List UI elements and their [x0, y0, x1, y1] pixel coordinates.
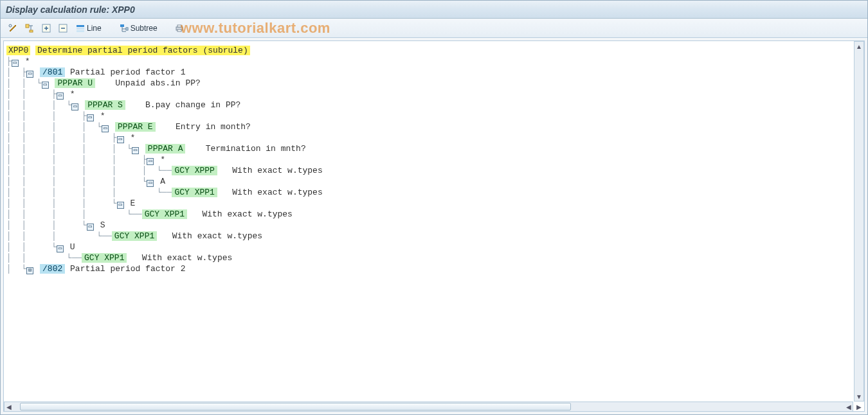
toolbar: Line Subtree www.tutorialkart.com	[1, 19, 867, 38]
watermark: www.tutorialkart.com	[181, 19, 330, 37]
expand-icon	[42, 24, 51, 33]
tree-node[interactable]: │ │ │ └──GCY XPP1 With exact w.types	[6, 231, 862, 242]
svg-rect-7	[77, 30, 84, 32]
collapse-node-icon[interactable]: ▭	[42, 82, 49, 89]
tree-node[interactable]: │ │ ├▭ *	[6, 89, 862, 100]
collapse-icon	[59, 24, 68, 33]
line-label: Line	[87, 24, 102, 33]
tree-node[interactable]: │ │ │ └▭ PPPAR S B.pay change in PP?	[6, 100, 862, 110]
content-area: XPP0 Determine partial period factors (s…	[1, 38, 867, 414]
svg-rect-6	[77, 28, 84, 30]
position-button[interactable]	[23, 21, 37, 35]
scroll-down-icon[interactable]: ▼	[854, 392, 863, 401]
collapse-node-icon[interactable]: ▭	[57, 93, 64, 100]
collapse-button[interactable]	[56, 21, 70, 35]
tree-node[interactable]: │ │ │ └▭ S	[6, 220, 862, 231]
tree-node[interactable]: │ │ │ │ │ └▭ PPPAR A Termination in mnth…	[6, 143, 862, 154]
expand-node-icon[interactable]: ⊞	[26, 267, 33, 274]
print-icon	[175, 24, 184, 33]
modify-button[interactable]	[6, 21, 20, 35]
svg-rect-8	[120, 24, 124, 27]
collapse-node-icon[interactable]: ▭	[117, 136, 124, 143]
tree-node[interactable]: │ │ │ │ └▭ E	[6, 198, 862, 209]
tree-node[interactable]: │ │ │ │ │ ├▭ *	[6, 154, 862, 165]
pencil-glasses-icon	[8, 24, 17, 33]
tree-node[interactable]: │ └⊞ /802 Partial period factor 2	[6, 263, 862, 274]
collapse-node-icon[interactable]: ▭	[102, 125, 109, 132]
subtree-button[interactable]: Subtree	[116, 21, 161, 35]
title-bar: Display calculation rule: XPP0	[1, 1, 867, 19]
collapse-node-icon[interactable]: ▭	[147, 180, 154, 187]
tree-inner: XPP0 Determine partial period factors (s…	[4, 41, 864, 287]
svg-point-0	[9, 24, 12, 27]
window-title: Display calculation rule: XPP0	[6, 4, 135, 15]
tree-node[interactable]: ├▭ *	[6, 56, 862, 67]
collapse-node-icon[interactable]: ▭	[57, 245, 64, 252]
expand-button[interactable]	[39, 21, 53, 35]
svg-rect-9	[126, 28, 128, 30]
tree-node[interactable]: │ │ └▭ U	[6, 242, 862, 252]
line-select-icon	[76, 24, 85, 33]
tree-node[interactable]: │ │ │ ├▭ *	[6, 110, 862, 121]
tree-node[interactable]: │ │ └──GCY XPP1 With exact w.types	[6, 252, 862, 263]
collapse-node-icon[interactable]: ▭	[71, 103, 78, 110]
vertical-scrollbar[interactable]: ▲ ▼	[854, 41, 864, 402]
svg-rect-5	[77, 25, 84, 27]
app-window: Display calculation rule: XPP0 Line Subt…	[0, 0, 868, 415]
collapse-node-icon[interactable]: ▭	[132, 147, 139, 154]
scroll-thumb[interactable]	[20, 403, 571, 411]
tree-node[interactable]: │ │ │ │ ├▭ *	[6, 132, 862, 143]
collapse-node-icon[interactable]: ▭	[117, 202, 124, 209]
tree-node[interactable]: │ │ │ │ └▭ PPPAR E Entry in month?	[6, 121, 862, 132]
line-button[interactable]: Line	[73, 21, 105, 35]
tree-node[interactable]: │ │ │ │ │ └──GCY XPP1 With exact w.types	[6, 187, 862, 198]
collapse-node-icon[interactable]: ▭	[12, 60, 19, 67]
scroll-left-icon[interactable]: ◀	[5, 402, 14, 411]
print-button[interactable]	[172, 21, 186, 35]
tree-node[interactable]: │ │ │ │ │ │ └──GCY XPPP With exact w.typ…	[6, 165, 862, 176]
tree-focus-icon	[25, 24, 34, 33]
page-nav: ◀ ▶	[844, 402, 863, 411]
tree-node[interactable]: │ ├▭ /801 Partial period factor 1	[6, 67, 862, 78]
page-left-icon[interactable]: ◀	[844, 402, 853, 411]
tree-node[interactable]: │ │ │ │ │ └▭ A	[6, 176, 862, 187]
scroll-up-icon[interactable]: ▲	[854, 42, 863, 51]
subtree-label: Subtree	[131, 24, 158, 33]
page-right-icon[interactable]: ▶	[854, 402, 863, 411]
svg-rect-1	[26, 24, 29, 28]
collapse-node-icon[interactable]: ▭	[87, 224, 94, 231]
collapse-node-icon[interactable]: ▭	[147, 158, 154, 165]
svg-rect-11	[177, 25, 181, 27]
collapse-node-icon[interactable]: ▭	[26, 71, 33, 78]
tree-node-root[interactable]: XPP0 Determine partial period factors (s…	[6, 45, 862, 56]
subtree-select-icon	[120, 24, 129, 33]
horizontal-scrollbar[interactable]: ◀	[4, 402, 853, 412]
tree-node[interactable]: │ │ │ │ └──GCY XPP1 With exact w.types	[6, 209, 862, 220]
tree-node[interactable]: │ │ └▭ PPPAR U Unpaid abs.in PP?	[6, 78, 862, 89]
tree-view[interactable]: XPP0 Determine partial period factors (s…	[3, 40, 865, 412]
svg-rect-2	[30, 30, 33, 32]
svg-rect-12	[177, 30, 181, 31]
collapse-node-icon[interactable]: ▭	[87, 114, 94, 121]
